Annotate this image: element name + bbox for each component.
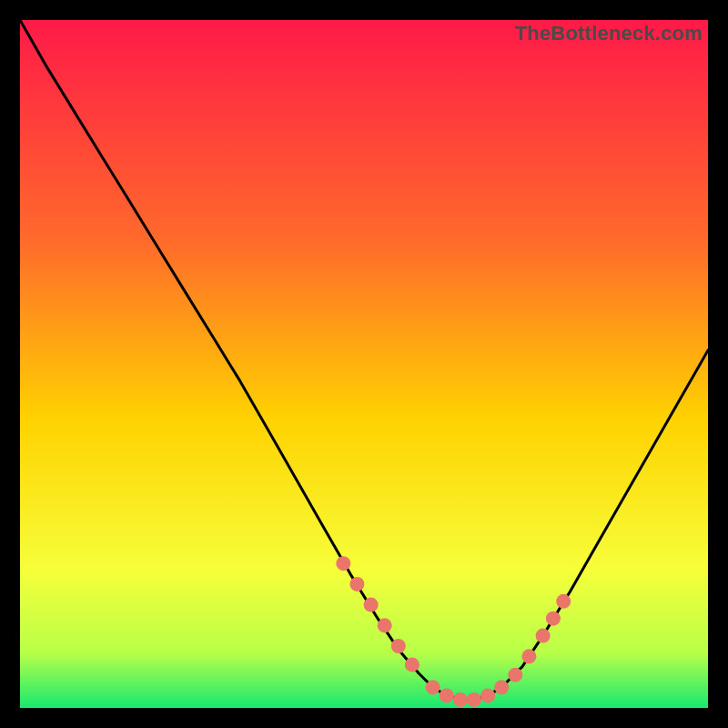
marker-point: [508, 668, 522, 682]
marker-point: [349, 577, 364, 592]
marker-point: [467, 693, 481, 707]
marker-point: [453, 693, 468, 707]
marker-point: [556, 594, 571, 609]
marker-point: [440, 688, 454, 703]
marker-point: [536, 629, 551, 643]
marker-point: [480, 688, 495, 703]
marker-point: [521, 649, 536, 663]
marker-point: [546, 612, 561, 626]
watermark-text: TheBottleneck.com: [515, 22, 703, 46]
marker-point: [426, 680, 440, 694]
marker-point: [336, 556, 350, 571]
gradient-plot: [20, 20, 708, 708]
marker-point: [494, 680, 509, 694]
marker-point: [364, 598, 379, 612]
marker-point: [378, 618, 392, 632]
marker-point: [391, 639, 406, 653]
marker-point: [405, 657, 420, 672]
chart-frame: TheBottleneck.com: [20, 20, 708, 708]
